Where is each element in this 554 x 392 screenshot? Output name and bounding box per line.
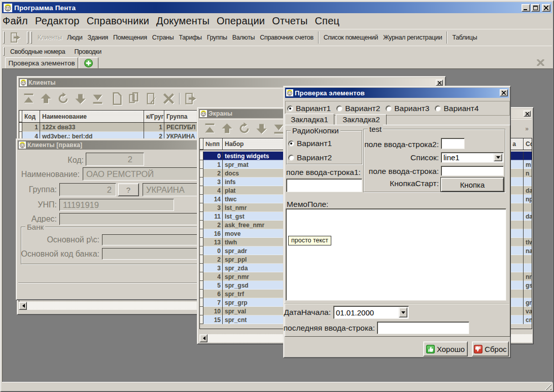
menu-3[interactable]: Справочники [83,15,153,27]
field2-input[interactable] [441,138,465,149]
cell-num: 2 [203,169,223,177]
row-marker-cell [200,195,203,203]
cell-num: 2 [203,221,223,229]
reset-button[interactable]: Сброс [472,341,509,357]
prior-record-button[interactable] [37,92,54,106]
resize-grip[interactable] [545,383,551,390]
scroll-left-button[interactable] [199,334,207,342]
toolbar-button-7[interactable]: Группы [204,34,230,41]
toolbar-button-11[interactable]: Журнал регистрации [380,34,444,41]
column-header[interactable]: Наименование [40,111,144,123]
window-icon [20,79,27,86]
toolbar-button-5[interactable]: Страны [150,34,177,41]
group-help-button[interactable]: ? [118,183,139,196]
refresh-icon [56,92,70,105]
toolbar2-button-1[interactable]: Свободные номера [6,48,70,55]
last-record-button[interactable] [89,92,106,106]
menu-5[interactable]: Операции [213,15,268,27]
tab-add-new[interactable] [79,57,98,68]
variant-radio-2[interactable]: Вариант2 [336,104,380,113]
close-form-button[interactable] [182,92,199,106]
prior-record-button[interactable] [218,122,235,136]
first-record-button[interactable] [201,122,218,136]
screens-close-button[interactable] [524,111,531,117]
variant-radio-4[interactable]: Вариант4 [435,104,478,113]
row-marker-cell [200,203,203,212]
copy-record-button[interactable] [125,92,143,106]
dropdown-arrow-icon [401,311,405,316]
window-icon [286,89,293,96]
column-header[interactable]: Код [22,111,40,123]
menu-1[interactable]: Файл [3,15,31,27]
start-button[interactable]: Кнопка [441,177,504,192]
menu-4[interactable]: Документы [153,15,213,27]
menu-2[interactable]: Редактор [31,15,83,27]
next-record-button[interactable] [253,122,270,136]
list-dropdown-button[interactable] [494,154,502,161]
toolbar2-button-2[interactable]: Проводки [70,48,106,55]
toolbar-button-2[interactable]: Люди [64,34,85,41]
delete-record-button[interactable] [160,92,177,106]
radio-variant2[interactable]: Вариант2 [288,153,332,162]
dialog-title: Проверка элементов [295,89,500,97]
menu-6[interactable]: Отчеты [268,15,311,27]
column-header[interactable]: к/Груг [144,111,164,123]
ok-button[interactable]: Хорошо [423,341,468,357]
column-header-extra[interactable]: Со [524,138,532,150]
toolbar-gripper[interactable] [27,31,28,44]
tab-close-button[interactable] [535,58,546,67]
menu-7[interactable]: Спец [311,15,343,27]
new-record-button[interactable] [108,92,125,106]
date-dropdown-button[interactable] [399,307,407,317]
toolbar-button-9[interactable]: Справочник счетов [257,34,316,41]
dialog-titlebar[interactable]: Проверка элементов [285,88,509,98]
toolbar-overflow-chevron[interactable]: » [525,125,529,132]
tab-zakladka2[interactable]: Закладка2 [336,114,387,125]
name-label: Наименование: [21,170,80,179]
maximize-button[interactable] [531,4,540,12]
exit-button[interactable] [6,30,25,45]
dialog-close-button[interactable] [500,89,508,96]
first-record-button[interactable] [20,92,37,106]
bank-code-label: Основной код банка: [21,250,99,259]
tab-zakladka1[interactable]: Закладка1 [285,114,334,125]
refresh-button[interactable] [235,122,253,136]
radio-variant1[interactable]: Вариант1 [288,139,332,148]
copy-icon [127,92,141,105]
column-header-num[interactable]: №пп [203,138,223,150]
toolbar-button-3[interactable]: Здания [85,34,111,41]
minimize-button[interactable] [522,4,530,12]
tab-proverka-elementov[interactable]: Проверка элементов [5,57,78,68]
toolbar-button-6[interactable]: Тарифы [176,34,204,41]
field3-input[interactable] [441,166,504,176]
last-input[interactable] [377,322,469,334]
clients-close-button[interactable] [436,80,443,86]
toolbar-button-4[interactable]: Помещения [111,34,150,41]
cell-extra [524,255,532,264]
memo-field[interactable] [286,208,506,301]
toolbar-button-8[interactable]: Валюты [230,34,258,41]
close-button[interactable] [542,4,550,12]
date-combobox[interactable]: 01.01.2000 [333,306,409,319]
variant-radio-3[interactable]: Вариант3 [386,104,429,113]
radio-dot [386,105,392,112]
toolbar-gripper[interactable] [3,31,5,43]
refresh-button[interactable] [54,92,72,106]
toolbar-gripper[interactable] [30,31,32,44]
next-record-button[interactable] [72,92,89,106]
toolbar-button-10[interactable]: Список помещений [321,34,381,41]
cell-num: 15 [203,315,223,324]
toolbar-button-12[interactable]: Таблицы [449,34,479,41]
cell-num: 4 [203,272,223,281]
list-combobox[interactable]: line1 [441,152,504,163]
field1-input[interactable] [286,179,362,192]
cell: 1 [144,123,164,132]
variant-radio-1[interactable]: Вариант1 [287,104,331,113]
edit-record-button[interactable] [143,92,160,106]
scroll-left-button[interactable] [19,302,27,310]
toolbar-button-1[interactable]: Клиенты [35,34,64,41]
cell-num: 1 [203,160,223,169]
field1-label: поле ввода-строка1: [286,168,361,177]
toolbar-gripper[interactable] [3,47,5,56]
tooltip: просто текст [288,236,331,245]
